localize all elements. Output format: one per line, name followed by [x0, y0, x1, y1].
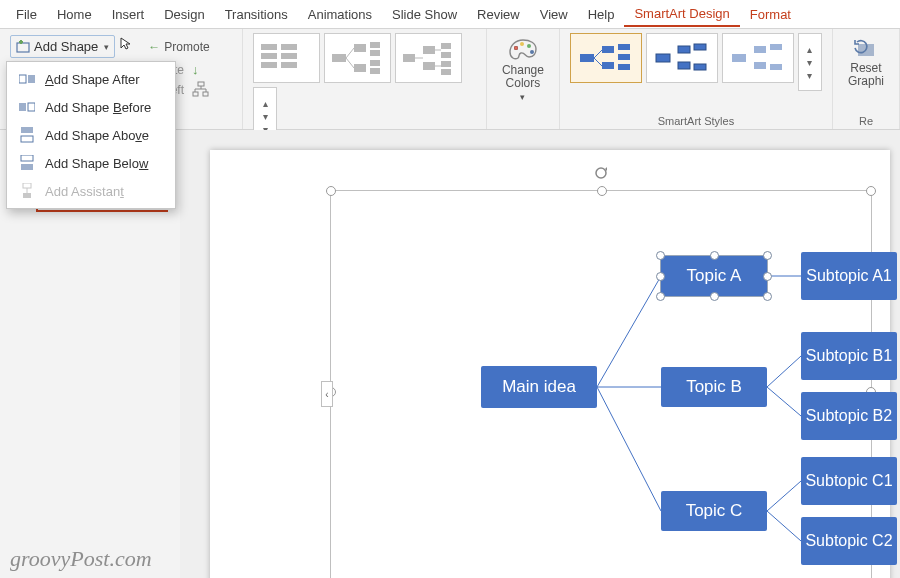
- svg-rect-58: [618, 64, 630, 70]
- add-shape-above[interactable]: Add Shape Above: [7, 121, 175, 149]
- add-shape-label: Add Shape: [34, 39, 98, 54]
- slide-canvas-area[interactable]: ‹ Main idea: [180, 130, 900, 578]
- svg-line-52: [594, 50, 602, 58]
- chevron-up-icon: ▴: [263, 98, 268, 109]
- change-colors-button[interactable]: ChangeColors ▾: [497, 35, 549, 107]
- svg-rect-45: [441, 69, 451, 75]
- svg-rect-3: [198, 82, 204, 86]
- node-subtopic-c2[interactable]: Subtopic C2: [801, 517, 897, 565]
- svg-line-73: [597, 387, 661, 511]
- tab-transitions[interactable]: Transitions: [215, 3, 298, 26]
- svg-rect-14: [21, 127, 33, 133]
- svg-rect-22: [261, 53, 277, 59]
- add-shape-after[interactable]: Add Shape After: [7, 65, 175, 93]
- resize-handle[interactable]: [763, 292, 772, 301]
- tab-animations[interactable]: Animations: [298, 3, 382, 26]
- tab-file[interactable]: File: [6, 3, 47, 26]
- tab-slideshow[interactable]: Slide Show: [382, 3, 467, 26]
- svg-rect-61: [678, 62, 690, 69]
- chevron-left-icon: ‹: [325, 389, 328, 400]
- node-topic-b[interactable]: Topic B: [661, 367, 767, 407]
- node-subtopic-a1[interactable]: Subtopic A1: [801, 252, 897, 300]
- group-label-reset: Re: [859, 111, 873, 127]
- rotate-handle-icon[interactable]: [594, 166, 608, 180]
- svg-rect-43: [441, 52, 451, 58]
- svg-rect-4: [193, 92, 198, 96]
- layout-thumb-1[interactable]: [253, 33, 320, 83]
- tab-review[interactable]: Review: [467, 3, 530, 26]
- palette-icon: [508, 38, 538, 62]
- svg-rect-19: [23, 193, 31, 198]
- tab-home[interactable]: Home: [47, 3, 102, 26]
- svg-rect-60: [678, 46, 690, 53]
- svg-rect-59: [656, 54, 670, 62]
- resize-handle[interactable]: [763, 272, 772, 281]
- tab-insert[interactable]: Insert: [102, 3, 155, 26]
- add-before-label: Add Shape Before: [45, 100, 151, 115]
- svg-line-75: [767, 356, 801, 387]
- svg-line-53: [594, 58, 602, 66]
- layout-thumb-2[interactable]: [324, 33, 391, 83]
- styles-more[interactable]: ▴▾▾: [798, 33, 822, 91]
- ribbon-group-colors: ChangeColors ▾: [487, 29, 560, 129]
- svg-rect-5: [203, 92, 208, 96]
- smartart-graphic[interactable]: ‹ Main idea: [330, 190, 872, 578]
- chevron-up-icon: ▴: [807, 44, 812, 55]
- arrow-down-icon: ↓: [192, 62, 199, 77]
- chevron-down-bar-icon: ▾: [807, 70, 812, 81]
- add-shape-dropdown: Add Shape After Add Shape Before Add Sha…: [6, 61, 176, 209]
- resize-handle[interactable]: [866, 186, 876, 196]
- svg-rect-67: [770, 44, 782, 50]
- reset-icon: [853, 38, 879, 60]
- node-main-idea[interactable]: Main idea: [481, 366, 597, 408]
- add-shape-before[interactable]: Add Shape Before: [7, 93, 175, 121]
- svg-rect-30: [354, 44, 366, 52]
- org-chart-icon: [192, 81, 210, 99]
- tab-format[interactable]: Format: [740, 3, 801, 26]
- resize-handle[interactable]: [763, 251, 772, 260]
- svg-line-28: [346, 48, 354, 58]
- slide[interactable]: ‹ Main idea: [210, 150, 890, 578]
- node-topic-a[interactable]: Topic A: [661, 256, 767, 296]
- resize-handle[interactable]: [326, 186, 336, 196]
- node-subtopic-c1[interactable]: Subtopic C1: [801, 457, 897, 505]
- svg-rect-0: [17, 43, 29, 52]
- node-subtopic-b2[interactable]: Subtopic B2: [801, 392, 897, 440]
- svg-rect-44: [441, 61, 451, 67]
- node-topic-c[interactable]: Topic C: [661, 491, 767, 531]
- svg-rect-32: [370, 42, 380, 48]
- resize-handle[interactable]: [656, 292, 665, 301]
- promote-button[interactable]: ← Promote: [143, 37, 214, 57]
- resize-handle[interactable]: [656, 272, 665, 281]
- add-shape-caret-icon: ▾: [104, 42, 109, 52]
- tab-smartart-design[interactable]: SmartArt Design: [624, 2, 739, 27]
- svg-point-50: [530, 50, 534, 54]
- resize-handle[interactable]: [597, 186, 607, 196]
- add-below-icon: [19, 155, 35, 171]
- add-before-icon: [19, 99, 35, 115]
- add-assistant: Add Assistant: [7, 177, 175, 205]
- svg-rect-34: [370, 60, 380, 66]
- tab-design[interactable]: Design: [154, 3, 214, 26]
- svg-rect-27: [332, 54, 346, 62]
- tab-help[interactable]: Help: [578, 3, 625, 26]
- svg-rect-35: [370, 68, 380, 74]
- resize-handle[interactable]: [710, 251, 719, 260]
- svg-rect-64: [732, 54, 746, 62]
- text-pane-toggle[interactable]: ‹: [321, 381, 333, 407]
- reset-graphic-button[interactable]: ResetGraphi: [843, 35, 889, 91]
- add-shape-below[interactable]: Add Shape Below: [7, 149, 175, 177]
- resize-handle[interactable]: [710, 292, 719, 301]
- reset-label: ResetGraphi: [848, 62, 884, 88]
- svg-line-76: [767, 387, 801, 416]
- style-thumb-1[interactable]: [570, 33, 642, 83]
- tab-view[interactable]: View: [530, 3, 578, 26]
- node-subtopic-b1[interactable]: Subtopic B1: [801, 332, 897, 380]
- resize-handle[interactable]: [656, 251, 665, 260]
- style-thumb-3[interactable]: [722, 33, 794, 83]
- style-thumb-2[interactable]: [646, 33, 718, 83]
- ribbon-group-layouts: ▴▾▾ Layouts: [243, 29, 486, 129]
- layout-thumb-3[interactable]: [395, 33, 462, 83]
- svg-point-47: [514, 46, 518, 50]
- add-shape-button[interactable]: Add Shape ▾: [10, 35, 115, 58]
